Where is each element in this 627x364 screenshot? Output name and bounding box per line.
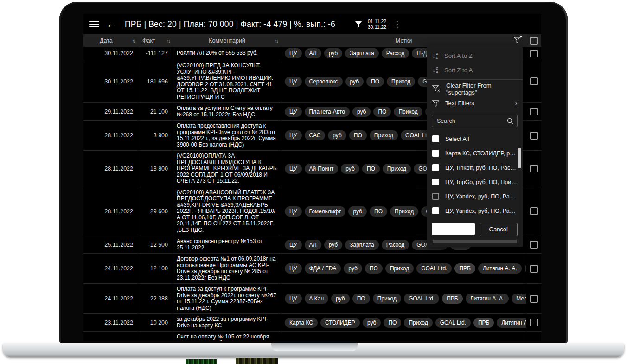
tag-chip[interactable]: Расход: [382, 240, 409, 250]
tag-chip[interactable]: ФДА / FDA: [305, 263, 341, 274]
filter-funnel-icon[interactable]: [355, 21, 362, 28]
tag-chip[interactable]: Зарплата: [345, 240, 379, 250]
menu-item-text-filters[interactable]: Text Filters ›: [427, 96, 523, 110]
option-checkbox[interactable]: [432, 207, 439, 214]
back-arrow-icon[interactable]: ←: [107, 19, 116, 29]
search-box[interactable]: [432, 115, 518, 127]
cell-checkbox[interactable]: [526, 103, 541, 120]
sort-icon[interactable]: ↑↓: [275, 38, 278, 44]
row-checkbox[interactable]: [530, 295, 538, 303]
sort-icon[interactable]: ↑↓: [167, 38, 170, 44]
tag-chip[interactable]: ЦУ: [285, 48, 302, 58]
tag-chip[interactable]: ЦУ: [285, 130, 302, 140]
hamburger-menu-icon[interactable]: [89, 21, 99, 27]
column-header-date[interactable]: Дата ↑↓: [83, 34, 138, 47]
option-checkbox[interactable]: [432, 164, 439, 171]
menu-item-sort-za[interactable]: ↓ZA Sort Z to A: [427, 63, 523, 77]
tag-chip[interactable]: Планета-Авто: [305, 107, 350, 117]
tag-chip[interactable]: руб: [328, 130, 346, 140]
tag-chip[interactable]: ПО: [370, 206, 387, 217]
tag-chip[interactable]: АЛ: [305, 240, 321, 250]
menu-item-clear-filter[interactable]: Clear Filter From "supertags": [427, 82, 523, 96]
tag-chip[interactable]: Гомельлифт: [305, 206, 346, 217]
tag-chip[interactable]: ПО: [366, 77, 384, 87]
tag-chip[interactable]: Приход: [370, 130, 398, 140]
table-row[interactable]: 23.11.2022 10 200 за декабрь 2022 за про…: [83, 314, 541, 332]
row-checkbox[interactable]: [530, 50, 538, 57]
tag-chip[interactable]: руб: [324, 48, 343, 58]
tag-chip[interactable]: Приход: [385, 263, 414, 274]
tag-chip[interactable]: руб: [348, 206, 367, 217]
option-checkbox[interactable]: [432, 150, 439, 157]
cell-checkbox[interactable]: [526, 121, 541, 150]
tag-chip[interactable]: ПО: [362, 164, 380, 174]
ok-button[interactable]: [432, 223, 475, 235]
row-checkbox[interactable]: [530, 108, 538, 115]
tag-chip[interactable]: Расход: [382, 48, 409, 58]
cell-checkbox[interactable]: [526, 151, 541, 187]
tag-chip[interactable]: ПО: [352, 294, 370, 304]
cell-checkbox[interactable]: [526, 284, 541, 313]
tag-chip[interactable]: ЦУ: [285, 77, 302, 87]
tag-chip[interactable]: руб: [352, 107, 371, 117]
tag-chip[interactable]: А.Кан: [305, 294, 329, 304]
date-range[interactable]: 01.11.22 30.11.22: [368, 19, 386, 30]
tag-chip[interactable]: Приход: [373, 294, 401, 304]
row-checkbox[interactable]: [530, 77, 538, 85]
cell-checkbox[interactable]: [526, 187, 541, 236]
row-checkbox[interactable]: [530, 132, 538, 140]
tag-chip[interactable]: Ай-Поинт: [305, 164, 339, 174]
filter-option[interactable]: ЦУ, Yandex, руб, ПО, Расход, ...: [427, 189, 523, 204]
tag-chip[interactable]: руб: [345, 77, 364, 87]
option-checkbox[interactable]: [432, 179, 439, 185]
tag-chip[interactable]: Карта КС: [285, 318, 318, 328]
search-input[interactable]: [436, 117, 507, 125]
tag-chip[interactable]: ПРБ: [442, 294, 463, 304]
tag-chip[interactable]: руб: [341, 164, 359, 174]
cell-checkbox[interactable]: [526, 314, 541, 331]
row-checkbox[interactable]: [530, 319, 538, 326]
tag-chip[interactable]: Приход: [387, 77, 415, 87]
cell-checkbox[interactable]: [526, 60, 541, 102]
vertical-scrollbar-thumb[interactable]: [518, 148, 521, 168]
tag-chip[interactable]: Приход: [383, 164, 411, 174]
cell-checkbox[interactable]: [526, 236, 541, 253]
row-checkbox[interactable]: [530, 265, 538, 273]
column-header-comment[interactable]: Комментарий ↑↓: [173, 34, 281, 47]
tag-chip[interactable]: руб: [331, 294, 350, 304]
tag-chip[interactable]: ЦУ: [285, 164, 302, 174]
row-checkbox[interactable]: [530, 207, 538, 215]
table-row[interactable]: 24.11.2022 22 388 Оплата за доступ к про…: [83, 284, 541, 314]
table-row[interactable]: 24.11.2022 12 100 Договор-оферта №1 от 0…: [83, 254, 541, 284]
cell-checkbox[interactable]: [526, 332, 541, 341]
kebab-menu-icon[interactable]: ⋮: [393, 19, 401, 29]
tag-chip[interactable]: Приход: [390, 206, 418, 217]
column-filter-icon[interactable]: [514, 37, 521, 43]
table-row[interactable]: 23.11.2022 -4 500 Счет на оплату № 105 о…: [83, 332, 541, 341]
tag-chip[interactable]: ЦУ: [285, 240, 302, 250]
tag-chip[interactable]: Литягин А. А.: [478, 263, 522, 274]
tag-chip[interactable]: руб: [344, 263, 362, 274]
row-checkbox[interactable]: [530, 241, 538, 249]
tag-chip[interactable]: ПО: [349, 130, 367, 140]
filter-option[interactable]: ЦУ, Yandex, руб, ПО, Расход, IT-...: [427, 204, 523, 218]
header-checkbox[interactable]: [526, 34, 541, 47]
menu-item-sort-az[interactable]: ↓AZ Sort A to Z: [427, 49, 523, 63]
tag-chip[interactable]: ПРБ: [454, 263, 475, 274]
tag-chip[interactable]: GOAL Ltd.: [404, 294, 439, 304]
column-header-fact[interactable]: Факт ↑↓: [138, 34, 173, 47]
tag-chip[interactable]: ПО: [384, 318, 401, 328]
filter-option[interactable]: ЦУ, Tinkoff, руб, ПО, Расход, IT-...: [427, 160, 523, 175]
sort-icon[interactable]: ↑↓: [132, 38, 135, 44]
tag-chip[interactable]: GOAL Ltd.: [416, 263, 452, 274]
tag-chip[interactable]: Литягин А. А.: [497, 318, 526, 328]
tag-chip[interactable]: ПО: [373, 107, 391, 117]
tag-chip[interactable]: ПО: [365, 263, 383, 274]
tag-chip[interactable]: ЦУ: [285, 206, 302, 217]
tag-chip[interactable]: САС: [305, 130, 326, 140]
tag-chip[interactable]: Серволюкс: [305, 77, 343, 87]
tag-chip[interactable]: руб: [324, 240, 343, 250]
tag-chip[interactable]: Приход: [404, 318, 432, 328]
cell-checkbox[interactable]: [526, 254, 541, 283]
filter-option[interactable]: Карта КС, СТОЛИДЕР, руб, ПО, ...: [427, 146, 523, 160]
